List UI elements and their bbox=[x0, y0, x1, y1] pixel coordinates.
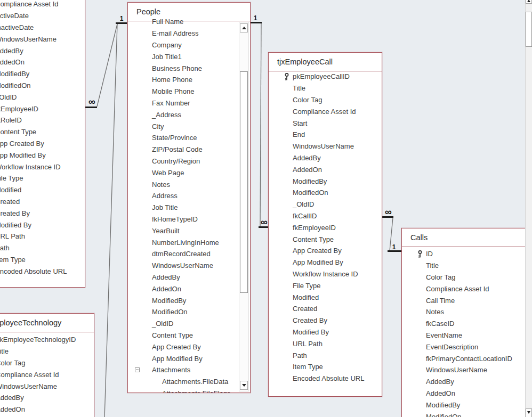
field-row[interactable]: AddedBy bbox=[269, 152, 382, 164]
table-title[interactable]: tjxEmployeeTechnology bbox=[0, 314, 94, 332]
field-row[interactable]: Company bbox=[128, 39, 238, 51]
field-row[interactable]: _OldID bbox=[128, 318, 238, 330]
field-row[interactable]: Compliance Asset Id bbox=[0, 369, 94, 380]
field-row[interactable]: AddedOn bbox=[128, 283, 238, 295]
field-row[interactable]: Encoded Absolute URL bbox=[0, 265, 85, 277]
scrollbar-thumb[interactable] bbox=[526, 12, 532, 47]
field-row[interactable]: WindowsUserName bbox=[0, 380, 94, 392]
field-row[interactable]: Color Tag bbox=[402, 272, 531, 283]
field-row[interactable]: AddedBy bbox=[0, 392, 94, 404]
table-title[interactable]: Calls bbox=[402, 228, 531, 247]
field-row[interactable]: Web Page bbox=[128, 167, 238, 178]
field-row[interactable]: ModifiedOn bbox=[128, 306, 238, 318]
field-row[interactable]: Compliance Asset Id bbox=[402, 283, 531, 295]
relationship-line-people-employeecall[interactable] bbox=[260, 23, 261, 227]
field-row[interactable]: AddedOn bbox=[0, 56, 85, 68]
field-row-primary-key[interactable]: pkEmployeeTechnologyID bbox=[0, 334, 94, 346]
field-row[interactable]: Modified By bbox=[0, 219, 85, 231]
field-row[interactable]: AddedOn bbox=[269, 163, 382, 175]
field-row[interactable]: Fax Number bbox=[128, 97, 238, 109]
table-tjxemployeecall[interactable]: tjxEmployeeCall pkEmployeeCallID Title C… bbox=[268, 52, 382, 397]
field-row[interactable]: ModifiedOn bbox=[402, 411, 531, 417]
field-row[interactable]: E-mail Address bbox=[128, 28, 238, 39]
field-row[interactable]: URL Path bbox=[269, 338, 382, 349]
field-row[interactable]: Modified By bbox=[269, 326, 382, 338]
field-row[interactable]: Content Type bbox=[0, 126, 85, 138]
field-row[interactable]: Compliance Asset Id bbox=[269, 105, 382, 117]
field-row[interactable]: ModifiedBy bbox=[0, 68, 85, 80]
field-row[interactable]: _OldID bbox=[0, 91, 85, 103]
field-row[interactable]: Workflow Instance ID bbox=[0, 161, 85, 173]
field-row[interactable]: fkEmployeeID bbox=[269, 222, 382, 233]
field-row[interactable]: Content Type bbox=[128, 330, 238, 341]
field-row[interactable]: Encoded Absolute URL bbox=[269, 373, 382, 385]
field-row[interactable]: AddedBy bbox=[0, 45, 85, 56]
field-row[interactable]: WindowsUserName bbox=[269, 141, 382, 152]
field-row[interactable]: ModifiedOn bbox=[269, 187, 382, 199]
field-row[interactable]: ModifiedOn bbox=[0, 80, 85, 92]
field-row[interactable]: Notes bbox=[402, 306, 531, 318]
field-row[interactable]: Mobile Phone bbox=[128, 86, 238, 97]
field-row[interactable]: Item Type bbox=[269, 361, 382, 373]
field-row[interactable]: App Created By bbox=[128, 341, 238, 353]
field-row[interactable]: End bbox=[269, 129, 382, 141]
field-row[interactable]: File Type bbox=[0, 173, 85, 184]
field-row[interactable]: URL Path bbox=[0, 231, 85, 242]
field-row[interactable]: InactiveDate bbox=[0, 22, 85, 34]
field-row[interactable]: ZIP/Postal Code bbox=[128, 144, 238, 156]
field-row[interactable]: App Modified By bbox=[269, 257, 382, 268]
scroll-up-button[interactable] bbox=[240, 23, 248, 32]
field-row[interactable]: Content Type bbox=[269, 233, 382, 245]
field-row[interactable]: AddedOn bbox=[0, 404, 94, 415]
field-row[interactable]: AddedOn bbox=[402, 388, 531, 399]
field-row[interactable]: Path bbox=[0, 242, 85, 254]
relationship-line-left-people[interactable] bbox=[97, 24, 117, 107]
field-row[interactable]: Address bbox=[128, 190, 238, 202]
field-row[interactable]: Title bbox=[269, 83, 382, 94]
field-row-primary-key[interactable]: pkEmployeeCallID bbox=[269, 71, 382, 83]
field-row[interactable]: NumberLivingInHome bbox=[128, 236, 238, 248]
field-row[interactable]: Title bbox=[402, 260, 531, 272]
field-row[interactable]: _OldID bbox=[269, 199, 382, 210]
field-row[interactable]: WindowsUserName bbox=[128, 260, 238, 272]
field-row[interactable]: Attachments.FileData bbox=[128, 376, 238, 388]
field-row[interactable]: ModifiedBy bbox=[402, 399, 531, 411]
field-row[interactable]: ActiveDate bbox=[0, 10, 85, 22]
field-row[interactable]: Item Type bbox=[0, 254, 85, 266]
field-row[interactable]: EventName bbox=[402, 330, 531, 341]
field-row[interactable]: YearBuilt bbox=[128, 225, 238, 236]
field-row[interactable]: Job Title1 bbox=[128, 51, 238, 62]
field-row[interactable]: Job Title bbox=[128, 202, 238, 214]
field-row[interactable]: fkCallID bbox=[269, 210, 382, 222]
field-row[interactable]: Modified bbox=[269, 291, 382, 303]
field-row[interactable]: Attachments.FileFlags bbox=[128, 388, 238, 394]
field-row-attachments[interactable]: Attachments bbox=[128, 364, 238, 376]
field-row[interactable]: Business Phone bbox=[128, 62, 238, 74]
field-row[interactable]: AddedBy bbox=[128, 272, 238, 283]
field-row[interactable]: fkCaseID bbox=[402, 318, 531, 330]
table-tjxemployeetechnology[interactable]: tjxEmployeeTechnology pkEmployeeTechnolo… bbox=[0, 313, 94, 417]
field-row[interactable]: App Modified By bbox=[0, 149, 85, 161]
field-row[interactable]: App Modified By bbox=[128, 353, 238, 364]
field-row[interactable]: Workflow Instance ID bbox=[269, 268, 382, 280]
field-row[interactable]: fkHomeTypeID bbox=[128, 214, 238, 225]
field-row[interactable]: Created bbox=[0, 196, 85, 208]
field-row[interactable]: fkEmployeeID bbox=[0, 103, 85, 115]
field-row[interactable]: App Created By bbox=[0, 138, 85, 150]
collapse-minus-icon[interactable] bbox=[135, 367, 140, 372]
field-row[interactable]: Created By bbox=[0, 207, 85, 219]
field-row[interactable]: EventDescription bbox=[402, 341, 531, 353]
field-row[interactable]: File Type bbox=[269, 280, 382, 291]
field-row[interactable]: WindowsUserName bbox=[402, 364, 531, 376]
scroll-down-button[interactable] bbox=[526, 408, 532, 417]
field-row[interactable]: AddedBy bbox=[402, 376, 531, 388]
table-title[interactable]: tjxEmployeeCall bbox=[269, 53, 382, 71]
field-row[interactable]: dtmRecordCreated bbox=[128, 248, 238, 260]
field-row[interactable]: _Address bbox=[128, 109, 238, 120]
field-row[interactable]: Color Tag bbox=[0, 357, 94, 369]
field-row[interactable]: Color Tag bbox=[269, 94, 382, 106]
scrollbar-thumb[interactable] bbox=[240, 71, 248, 293]
field-row[interactable]: Notes bbox=[128, 178, 238, 190]
table-people[interactable]: People Full Name E-mail Address Company … bbox=[127, 2, 251, 393]
scroll-down-button[interactable] bbox=[240, 381, 248, 390]
